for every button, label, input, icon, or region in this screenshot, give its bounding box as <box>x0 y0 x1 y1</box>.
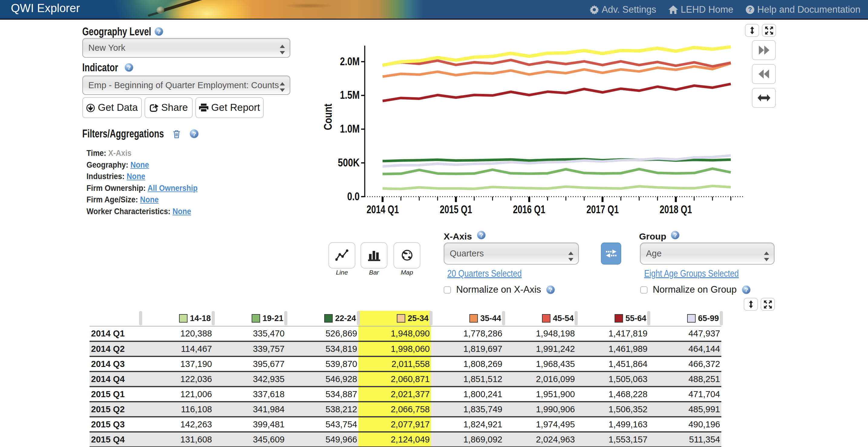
svg-text:2017 Q1: 2017 Q1 <box>586 203 619 216</box>
svg-text:2.0M: 2.0M <box>340 55 360 68</box>
svg-text:2014 Q1: 2014 Q1 <box>367 203 399 216</box>
svg-text:500K: 500K <box>338 157 360 169</box>
svg-text:?: ? <box>673 232 677 239</box>
svg-text:?: ? <box>748 6 752 13</box>
svg-text:0.0: 0.0 <box>347 190 360 203</box>
svg-text:?: ? <box>192 131 196 137</box>
svg-text:?: ? <box>549 287 553 293</box>
svg-text:?: ? <box>479 232 483 239</box>
svg-text:2018 Q1: 2018 Q1 <box>660 203 692 216</box>
svg-text:2016 Q1: 2016 Q1 <box>513 203 545 216</box>
svg-text:Count: Count <box>322 104 334 130</box>
svg-text:1.0M: 1.0M <box>340 123 360 135</box>
svg-text:?: ? <box>127 64 131 71</box>
svg-text:?: ? <box>157 28 161 35</box>
svg-text:?: ? <box>744 287 748 293</box>
svg-text:1.5M: 1.5M <box>340 89 360 101</box>
svg-text:2015 Q1: 2015 Q1 <box>440 203 472 216</box>
